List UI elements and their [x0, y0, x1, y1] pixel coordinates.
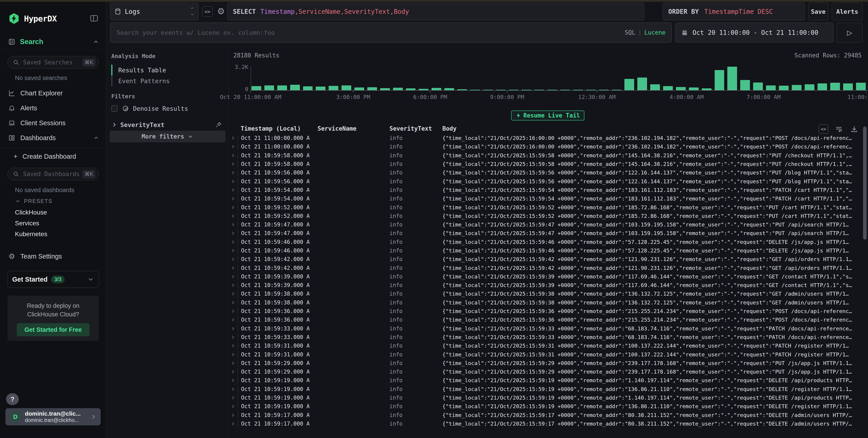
row-expand-chevron-icon[interactable]	[228, 292, 238, 296]
row-expand-chevron-icon[interactable]	[228, 396, 238, 400]
table-row[interactable]: Oct 21 10:59:47.000 AMinfo{"time_local":…	[228, 229, 866, 238]
table-row[interactable]: Oct 21 10:59:54.000 AMinfo{"time_local":…	[228, 186, 866, 194]
sidebar-item-team-settings[interactable]: ⚙ Team Settings	[8, 250, 99, 262]
chart-bar[interactable]	[830, 83, 840, 90]
chart-bar[interactable]	[251, 86, 261, 90]
chart-bar[interactable]	[277, 86, 287, 90]
saved-dashboards-field[interactable]	[23, 170, 82, 178]
table-row[interactable]: Oct 21 10:59:58.000 AMinfo{"time_local":…	[228, 151, 866, 160]
column-header-body[interactable]: Body	[436, 125, 866, 132]
table-row[interactable]: Oct 21 10:59:19.000 AMinfo{"time_local":…	[228, 402, 866, 411]
row-expand-chevron-icon[interactable]	[228, 413, 238, 417]
row-expand-chevron-icon[interactable]	[228, 248, 238, 253]
row-expand-chevron-icon[interactable]	[228, 370, 238, 374]
sidebar-item-client-sessions[interactable]: Client Sessions	[8, 117, 99, 129]
more-filters-button[interactable]: More filters	[110, 131, 225, 142]
table-row[interactable]: Oct 21 10:59:46.000 AMinfo{"time_local":…	[228, 246, 866, 255]
chart-bar[interactable]	[689, 88, 699, 90]
alerts-button[interactable]: Alerts	[832, 3, 863, 20]
row-expand-chevron-icon[interactable]	[228, 300, 238, 305]
time-range-picker[interactable]: Oct 20 11:00:00 - Oct 21 11:00:00	[675, 23, 834, 42]
presets-toggle[interactable]: PRESETS	[15, 198, 53, 204]
row-expand-chevron-icon[interactable]	[228, 326, 238, 331]
table-row[interactable]: Oct 21 10:59:33.000 AMinfo{"time_local":…	[228, 324, 866, 333]
get-started-free-button[interactable]: Get Started for Free	[17, 323, 90, 336]
table-row[interactable]: Oct 21 10:59:39.000 AMinfo{"time_local":…	[228, 272, 866, 281]
dashboards-collapse-chevron-icon[interactable]	[93, 135, 99, 141]
chart-bar[interactable]	[406, 88, 416, 90]
column-header-servicename[interactable]: ServiceName	[309, 125, 384, 132]
table-row[interactable]: Oct 21 10:59:42.000 AMinfo{"time_local":…	[228, 255, 866, 264]
row-expand-chevron-icon[interactable]	[228, 153, 238, 158]
table-row[interactable]: Oct 21 11:00:00.000 AMinfo{"time_local":…	[228, 142, 866, 151]
code-view-icon[interactable]: <>	[819, 124, 828, 134]
chart-bar[interactable]	[354, 88, 364, 90]
table-row[interactable]: Oct 21 10:59:17.000 AMinfo{"time_local":…	[228, 419, 866, 428]
chart-bar[interactable]	[316, 87, 326, 90]
select-columns-input[interactable]: SELECT Timestamp,ServiceName,SeverityTex…	[227, 3, 644, 20]
row-expand-chevron-icon[interactable]	[228, 387, 238, 392]
preset-clickhouse[interactable]: ClickHouse	[15, 209, 47, 216]
event-search-input[interactable]: SQL|Lucene	[110, 23, 672, 42]
language-lucene-toggle[interactable]: Lucene	[644, 29, 665, 36]
order-by-input[interactable]: ORDER BY TimestampTime DESC	[663, 3, 805, 20]
wrap-lines-icon[interactable]	[834, 124, 844, 134]
search-field[interactable]	[116, 29, 620, 36]
table-row[interactable]: Oct 21 10:59:31.000 AMinfo{"time_local":…	[228, 350, 866, 359]
preset-services[interactable]: Services	[15, 220, 39, 227]
chart-bar[interactable]	[740, 80, 750, 90]
row-expand-chevron-icon[interactable]	[228, 136, 238, 140]
table-row[interactable]: Oct 21 10:59:19.000 AMinfo{"time_local":…	[228, 394, 866, 402]
chart-bar[interactable]	[650, 84, 660, 90]
row-expand-chevron-icon[interactable]	[228, 214, 238, 218]
denoise-checkbox[interactable]	[111, 105, 118, 112]
download-icon[interactable]	[849, 124, 859, 134]
results-histogram[interactable]	[251, 66, 866, 90]
column-header-severitytext[interactable]: SeverityText	[384, 125, 436, 132]
column-header-timestamp[interactable]: Timestamp (Local)	[238, 125, 309, 132]
chart-bar[interactable]	[663, 86, 673, 90]
chart-bar[interactable]	[766, 86, 776, 90]
mode-event-patterns[interactable]: Event Patterns	[111, 75, 224, 86]
row-expand-chevron-icon[interactable]	[228, 274, 238, 279]
table-row[interactable]: Oct 21 10:59:47.000 AMinfo{"time_local":…	[228, 221, 866, 229]
chart-bar[interactable]	[380, 88, 390, 90]
denoise-results-option[interactable]: Denoise Results	[111, 103, 224, 113]
row-expand-chevron-icon[interactable]	[228, 283, 238, 288]
saved-dashboards-input[interactable]: ⌘K	[7, 168, 99, 180]
search-collapse-chevron-icon[interactable]	[93, 38, 99, 45]
sidebar-item-alerts[interactable]: Alerts	[8, 102, 99, 114]
vertical-scrollbar[interactable]	[863, 127, 867, 240]
chart-bar[interactable]	[290, 85, 300, 90]
chart-bar[interactable]	[624, 79, 634, 90]
row-expand-chevron-icon[interactable]	[228, 188, 238, 192]
row-expand-chevron-icon[interactable]	[228, 352, 238, 357]
table-row[interactable]: Oct 21 10:59:39.000 AMinfo{"time_local":…	[228, 281, 866, 290]
chart-bar[interactable]	[265, 86, 274, 90]
sidebar-item-dashboards[interactable]: Dashboards	[8, 132, 99, 144]
table-row[interactable]: Oct 21 10:59:19.000 AMinfo{"time_local":…	[228, 376, 866, 385]
sidebar-collapse-icon[interactable]	[89, 13, 99, 24]
row-expand-chevron-icon[interactable]	[228, 196, 238, 201]
get-started-dropdown[interactable]: Get Started 3/3	[7, 271, 99, 288]
row-expand-chevron-icon[interactable]	[228, 378, 238, 383]
table-row[interactable]: Oct 21 10:59:33.000 AMinfo{"time_local":…	[228, 333, 866, 341]
row-expand-chevron-icon[interactable]	[228, 361, 238, 366]
row-expand-chevron-icon[interactable]	[228, 257, 238, 262]
table-row[interactable]: Oct 21 10:59:38.000 AMinfo{"time_local":…	[228, 290, 866, 298]
row-expand-chevron-icon[interactable]	[228, 179, 238, 184]
saved-searches-input[interactable]: ⌘K	[7, 56, 99, 69]
chart-bar[interactable]	[303, 86, 313, 90]
table-row[interactable]: Oct 21 10:59:29.000 AMinfo{"time_local":…	[228, 368, 866, 376]
chart-bar[interactable]	[843, 83, 853, 90]
create-dashboard-button[interactable]: + Create Dashboard	[8, 150, 99, 162]
table-row[interactable]: Oct 21 10:59:31.000 AMinfo{"time_local":…	[228, 341, 866, 350]
table-row[interactable]: Oct 21 10:59:19.000 AMinfo{"time_local":…	[228, 385, 866, 394]
save-button[interactable]: Save	[808, 3, 828, 20]
row-expand-chevron-icon[interactable]	[228, 335, 238, 339]
table-row[interactable]: Oct 21 10:59:36.000 AMinfo{"time_local":…	[228, 307, 866, 315]
chart-bar[interactable]	[341, 86, 351, 90]
chart-bar[interactable]	[329, 86, 338, 90]
run-query-button[interactable]: ▷	[837, 23, 863, 42]
table-row[interactable]: Oct 21 11:00:00.000 AMinfo{"time_local":…	[228, 134, 866, 142]
